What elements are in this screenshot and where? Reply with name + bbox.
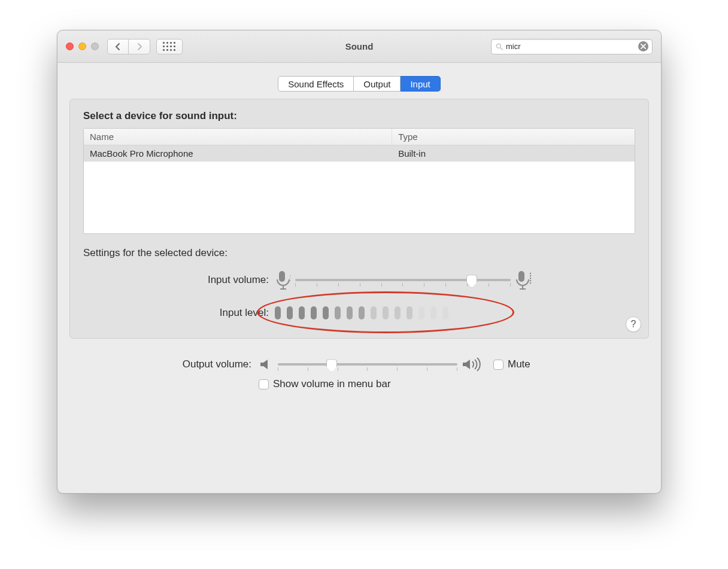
tab-bar: Sound Effects Output Input [69, 76, 649, 92]
svg-rect-8 [518, 271, 524, 282]
back-button[interactable] [107, 39, 129, 54]
level-segment [335, 306, 341, 320]
sound-preferences-window: Sound Sound Effects Output Input [57, 30, 662, 494]
device-type: Built-in [392, 145, 635, 162]
chevron-left-icon [115, 43, 121, 50]
level-segment [287, 306, 293, 320]
titlebar: Sound [57, 31, 661, 63]
svg-point-5 [290, 275, 291, 276]
minimize-icon[interactable] [78, 42, 86, 50]
microphone-high-icon [514, 270, 532, 290]
table-empty-space [84, 162, 635, 233]
show-all-button[interactable] [156, 39, 183, 54]
mute-checkbox[interactable] [493, 360, 503, 370]
svg-point-15 [530, 282, 531, 284]
chevron-right-icon [136, 43, 142, 50]
input-panel: Select a device for sound input: Name Ty… [69, 99, 649, 339]
tab-sound-effects[interactable]: Sound Effects [278, 76, 354, 92]
grid-icon [163, 42, 176, 51]
device-name: MacBook Pro Microphone [84, 145, 392, 162]
input-level-meter [275, 306, 448, 320]
help-icon: ? [631, 319, 636, 330]
level-segment [430, 306, 436, 320]
svg-point-13 [530, 278, 531, 279]
input-level-row: Input level: [83, 306, 635, 320]
search-input[interactable] [503, 39, 638, 54]
level-segment [359, 306, 365, 320]
input-level-label: Input level: [83, 307, 275, 319]
level-segment [418, 306, 424, 320]
tab-label: Sound Effects [288, 79, 344, 89]
input-device-heading: Select a device for sound input: [83, 110, 635, 122]
tab-label: Input [410, 79, 430, 89]
volume-low-icon [259, 357, 274, 372]
level-segment [299, 306, 305, 320]
help-button[interactable]: ? [626, 317, 641, 332]
output-volume-label: Output volume: [69, 358, 259, 370]
microphone-low-icon [275, 270, 292, 290]
clear-search-button[interactable] [638, 41, 648, 51]
footer: Output volume: [57, 345, 661, 402]
device-table: Name Type MacBook Pro Microphone Built-i… [83, 128, 635, 234]
svg-point-0 [496, 44, 500, 48]
level-segment [407, 306, 412, 320]
tab-input[interactable]: Input [401, 76, 440, 92]
input-volume-label: Input volume: [83, 274, 275, 286]
window-controls [66, 42, 99, 50]
svg-line-1 [500, 47, 503, 50]
svg-point-11 [530, 273, 531, 274]
column-name[interactable]: Name [84, 129, 392, 145]
zoom-icon [91, 42, 99, 50]
input-volume-row: Input volume: [83, 270, 635, 290]
svg-point-6 [290, 278, 291, 279]
tab-output[interactable]: Output [354, 76, 401, 92]
mute-label: Mute [508, 358, 530, 370]
svg-point-12 [530, 275, 531, 276]
level-segment [395, 306, 401, 320]
level-segment [371, 306, 377, 320]
search-icon [495, 42, 503, 51]
show-volume-checkbox[interactable] [259, 379, 269, 390]
svg-rect-2 [279, 271, 285, 282]
svg-point-7 [290, 280, 291, 281]
table-header: Name Type [84, 129, 635, 145]
level-segment [347, 306, 353, 320]
device-settings-heading: Settings for the selected device: [83, 247, 635, 259]
level-segment [311, 306, 317, 320]
output-volume-row: Output volume: [69, 357, 649, 372]
close-icon [641, 44, 646, 49]
table-row[interactable]: MacBook Pro Microphone Built-in [84, 145, 635, 162]
volume-high-icon [461, 357, 483, 372]
output-volume-slider[interactable] [278, 357, 457, 372]
search-field[interactable] [491, 39, 653, 54]
column-type[interactable]: Type [392, 129, 635, 145]
level-segment [383, 306, 389, 320]
level-segment [275, 306, 281, 320]
svg-point-14 [530, 280, 531, 281]
forward-button[interactable] [129, 39, 150, 54]
level-segment [323, 306, 329, 320]
show-volume-label: Show volume in menu bar [273, 378, 391, 390]
tab-label: Output [363, 79, 390, 89]
show-volume-row: Show volume in menu bar [69, 378, 649, 390]
input-volume-slider[interactable] [295, 272, 511, 288]
close-icon[interactable] [66, 42, 74, 50]
nav-buttons [107, 39, 150, 54]
level-segment [442, 306, 448, 320]
